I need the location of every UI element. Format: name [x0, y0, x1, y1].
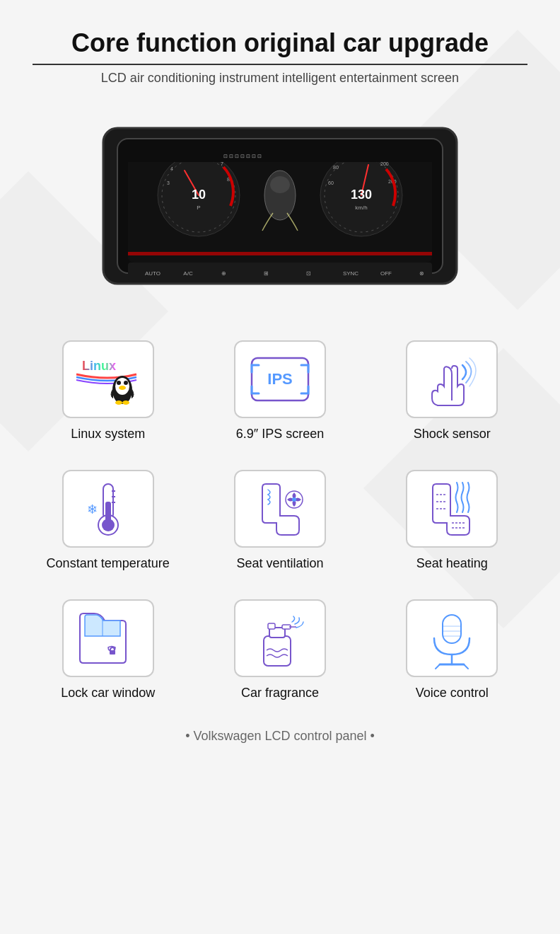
- svg-text:80: 80: [333, 165, 339, 170]
- svg-point-43: [117, 381, 121, 385]
- feature-ips-screen: IPS 6.9″ IPS screen: [204, 340, 355, 442]
- svg-text:AUTO: AUTO: [145, 270, 161, 277]
- feature-seat-ventilation: Seat ventilation: [204, 470, 355, 571]
- seat-ventilation-label: Seat ventilation: [236, 556, 323, 571]
- features-grid-row1: Linux: [33, 340, 527, 442]
- linux-system-label: Linux system: [71, 427, 145, 442]
- feature-lock-car-window: Lock car window: [33, 599, 183, 700]
- svg-text:⊡ ⊡ ⊡ ⊡ ⊡ ⊡ ⊡: ⊡ ⊡ ⊡ ⊡ ⊡ ⊡ ⊡: [223, 154, 262, 158]
- car-dashboard-image: 10 P 3 4 5 6 7 8 130: [75, 107, 485, 305]
- svg-text:7: 7: [221, 161, 223, 166]
- feature-shock-sensor: Shock sensor: [377, 340, 527, 442]
- svg-text:OFF: OFF: [380, 270, 392, 277]
- svg-rect-37: [128, 252, 432, 255]
- svg-text:❄: ❄: [87, 502, 98, 517]
- feature-constant-temperature: ❄ Constant temperature: [33, 470, 183, 571]
- svg-point-53: [102, 519, 115, 531]
- svg-rect-67: [264, 636, 291, 666]
- svg-text:10: 10: [192, 188, 206, 202]
- svg-point-59: [292, 497, 296, 502]
- lock-car-window-label: Lock car window: [61, 686, 155, 700]
- feature-linux-system: Linux: [33, 340, 183, 442]
- svg-text:⊗: ⊗: [419, 270, 424, 277]
- svg-rect-52: [105, 502, 111, 521]
- heating-icon-box: [406, 470, 498, 548]
- voice-icon-box: [406, 599, 498, 677]
- svg-text:Linux: Linux: [82, 359, 116, 373]
- ips-icon-box: IPS: [234, 340, 326, 418]
- feature-seat-heating: Seat heating: [377, 470, 527, 571]
- features-grid-row3: Lock car window: [33, 599, 527, 700]
- svg-line-79: [464, 664, 468, 669]
- svg-point-47: [122, 400, 129, 405]
- svg-text:200: 200: [380, 161, 389, 166]
- svg-rect-72: [443, 615, 461, 643]
- page-title: Core function original car upgrade: [33, 28, 527, 65]
- svg-text:130: 130: [351, 188, 372, 202]
- svg-rect-69: [268, 623, 275, 629]
- svg-rect-65: [110, 650, 115, 655]
- svg-text:P: P: [197, 204, 200, 211]
- ips-screen-label: 6.9″ IPS screen: [236, 427, 324, 442]
- svg-text:⊕: ⊕: [221, 270, 226, 277]
- fragrance-icon-box: [234, 599, 326, 677]
- svg-text:A/C: A/C: [183, 270, 193, 277]
- svg-point-16: [270, 176, 290, 193]
- svg-line-78: [436, 664, 440, 669]
- features-grid-row2: ❄ Constant temperature: [33, 470, 527, 571]
- page-subtitle: LCD air conditioning instrument intellig…: [101, 71, 459, 86]
- svg-text:⊞: ⊞: [264, 270, 269, 277]
- svg-text:IPS: IPS: [267, 370, 292, 388]
- ventilation-icon-box: [234, 470, 326, 548]
- constant-temperature-label: Constant temperature: [47, 556, 170, 571]
- svg-text:60: 60: [328, 180, 334, 185]
- svg-text:⊡: ⊡: [306, 270, 311, 277]
- shock-sensor-label: Shock sensor: [414, 427, 491, 442]
- svg-rect-38: [128, 149, 432, 162]
- svg-text:3: 3: [167, 180, 170, 185]
- shock-icon-box: [406, 340, 498, 418]
- voice-control-label: Voice control: [416, 686, 489, 700]
- svg-text:SYNC: SYNC: [343, 270, 358, 277]
- svg-text:km/h: km/h: [355, 204, 367, 211]
- svg-point-46: [115, 400, 122, 405]
- feature-car-fragrance: Car fragrance: [204, 599, 355, 700]
- car-fragrance-label: Car fragrance: [241, 686, 319, 700]
- seat-heating-label: Seat heating: [416, 556, 488, 571]
- svg-point-45: [119, 386, 126, 390]
- svg-text:4: 4: [170, 166, 173, 171]
- window-icon-box: [62, 599, 154, 677]
- footer-text: • Volkswagen LCD control panel •: [185, 729, 375, 744]
- svg-point-44: [124, 381, 128, 385]
- feature-voice-control: Voice control: [377, 599, 527, 700]
- linux-icon-box: Linux: [62, 340, 154, 418]
- temp-icon-box: ❄: [62, 470, 154, 548]
